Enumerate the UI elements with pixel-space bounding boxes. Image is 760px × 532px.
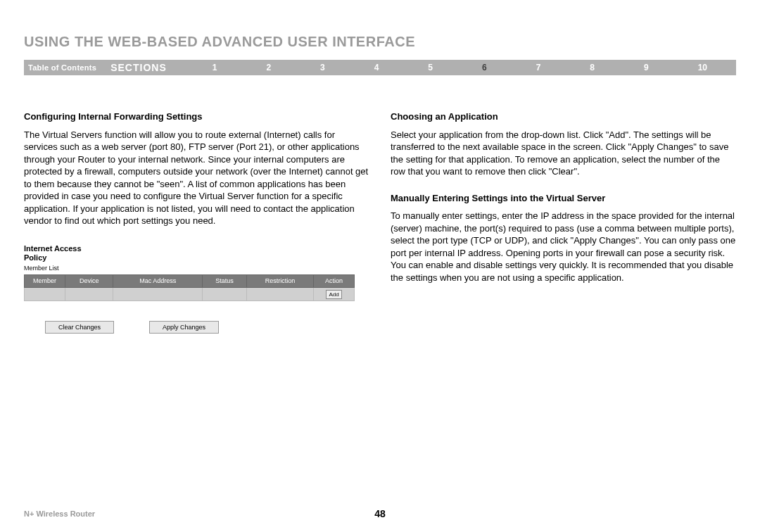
right-heading-2: Manually Entering Settings into the Virt… xyxy=(391,192,736,205)
page-number: 48 xyxy=(374,508,386,519)
left-paragraph-1: The Virtual Servers function will allow … xyxy=(24,129,369,227)
th-device: Device xyxy=(65,275,113,287)
member-list-label: Member List xyxy=(24,264,369,272)
add-button[interactable]: Add xyxy=(326,290,341,299)
section-10[interactable]: 10 xyxy=(698,63,707,72)
policy-title-line2: Policy xyxy=(24,253,46,262)
right-paragraph-1: Select your application from the drop-do… xyxy=(391,129,736,178)
product-name: N+ Wireless Router xyxy=(24,509,95,518)
section-6[interactable]: 6 xyxy=(482,63,487,72)
th-status: Status xyxy=(202,275,246,287)
left-column: Configuring Internal Forwarding Settings… xyxy=(24,110,369,334)
clear-changes-button[interactable]: Clear Changes xyxy=(45,321,114,334)
section-1[interactable]: 1 xyxy=(213,63,217,72)
policy-panel: Internet Access Policy Member List Membe… xyxy=(24,244,369,334)
section-2[interactable]: 2 xyxy=(266,63,271,72)
policy-title: Internet Access Policy xyxy=(24,244,369,262)
th-mac: Mac Address xyxy=(113,275,202,287)
footer: N+ Wireless Router 48 xyxy=(24,509,736,518)
section-4[interactable]: 4 xyxy=(374,63,379,72)
right-column: Choosing an Application Select your appl… xyxy=(391,110,736,334)
policy-table: Member Device Mac Address Status Restric… xyxy=(24,274,355,300)
section-8[interactable]: 8 xyxy=(590,63,595,72)
nav-bar: Table of Contents SECTIONS 1 2 3 4 5 6 7… xyxy=(24,60,736,75)
right-heading-1: Choosing an Application xyxy=(391,110,736,123)
section-numbers: 1 2 3 4 5 6 7 8 9 10 xyxy=(188,63,732,72)
policy-title-line1: Internet Access xyxy=(24,244,82,253)
page-title: USING THE WEB-BASED ADVANCED USER INTERF… xyxy=(24,34,736,50)
toc-link[interactable]: Table of Contents xyxy=(28,63,110,72)
section-5[interactable]: 5 xyxy=(428,63,433,72)
section-7[interactable]: 7 xyxy=(536,63,541,72)
right-paragraph-2: To manually enter settings, enter the IP… xyxy=(391,210,736,284)
section-3[interactable]: 3 xyxy=(320,63,325,72)
th-member: Member xyxy=(25,275,65,287)
table-row: Add xyxy=(25,287,355,300)
left-heading-1: Configuring Internal Forwarding Settings xyxy=(24,110,369,123)
sections-label: SECTIONS xyxy=(110,62,188,73)
th-action: Action xyxy=(314,275,355,287)
section-9[interactable]: 9 xyxy=(644,63,649,72)
apply-changes-button[interactable]: Apply Changes xyxy=(149,321,219,334)
th-restriction: Restriction xyxy=(247,275,314,287)
